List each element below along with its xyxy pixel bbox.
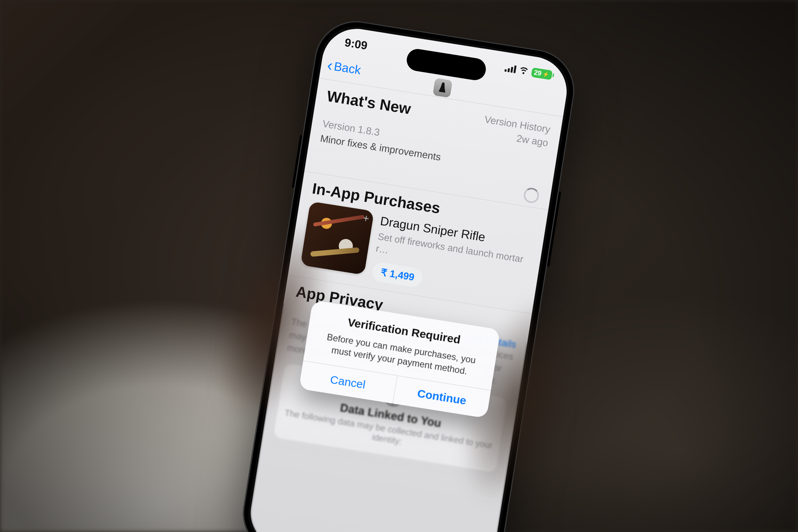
back-label: Back	[333, 59, 362, 78]
iap-price-button[interactable]: ₹ 1,499	[371, 261, 424, 288]
wifi-icon	[519, 66, 529, 74]
account-avatar-icon[interactable]	[432, 78, 453, 98]
whats-new-title: What's New	[326, 87, 412, 117]
battery-indicator: 29⚡	[531, 67, 553, 80]
battery-percent: 29	[533, 68, 542, 78]
charging-bolt-icon: ⚡	[542, 71, 549, 78]
cellular-signal-icon	[504, 64, 516, 73]
loading-spinner-icon	[523, 187, 540, 204]
chevron-left-icon: ‹	[326, 57, 334, 74]
